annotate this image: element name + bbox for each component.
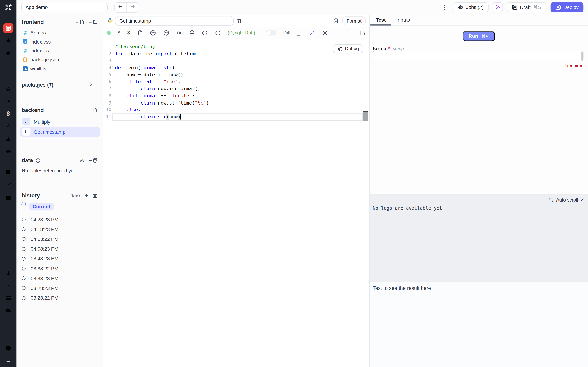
add-table-button[interactable] xyxy=(88,158,98,163)
tab-inputs[interactable]: Inputs xyxy=(391,15,415,25)
file-name: App.tsx xyxy=(30,30,47,35)
add-folder-button[interactable] xyxy=(88,19,98,25)
run-button[interactable]: Run⌘↵ xyxy=(463,31,495,41)
code-line[interactable]: 10 else: xyxy=(103,106,369,113)
search-icon[interactable] xyxy=(5,50,11,57)
code-line[interactable]: 2from datetime import datetime xyxy=(103,50,369,58)
code-line[interactable]: 3 xyxy=(103,58,369,65)
schedules-calendar-icon[interactable] xyxy=(5,168,11,175)
format-button[interactable]: Format xyxy=(343,17,366,25)
code-line[interactable]: 7 return now.isoformat() xyxy=(103,85,369,92)
packages-section[interactable]: packages (7) xyxy=(17,81,103,88)
favorites-star-icon[interactable] xyxy=(5,37,11,44)
folders-icon[interactable] xyxy=(5,307,11,314)
tab-test[interactable]: Test xyxy=(371,15,391,25)
format-field-input[interactable] xyxy=(373,50,583,61)
script-name-input[interactable] xyxy=(115,16,234,25)
home-icon[interactable] xyxy=(5,86,11,92)
history-timestamp: 04:13:22 PM xyxy=(31,236,59,242)
history-entry[interactable]: 04:18:23 PM xyxy=(17,224,103,234)
database-icon[interactable] xyxy=(189,30,195,36)
data-settings-gear-icon[interactable] xyxy=(79,158,85,163)
help-icon[interactable] xyxy=(5,345,11,351)
timeline-node-icon xyxy=(22,267,25,270)
prism-icon[interactable] xyxy=(5,136,11,142)
resources-picker-icon[interactable]: $ xyxy=(127,30,130,35)
mail-icon[interactable] xyxy=(5,195,11,201)
deploy-button[interactable]: Deploy xyxy=(550,2,584,12)
variables-picker-icon[interactable]: $ xyxy=(118,30,121,35)
workers-icon[interactable] xyxy=(5,295,11,301)
history-current-chip[interactable]: Current xyxy=(29,202,53,210)
file-item[interactable]: {}package.json xyxy=(17,55,103,64)
schema-database-icon[interactable] xyxy=(333,18,339,24)
refresh-icon[interactable] xyxy=(215,30,221,36)
flows-route-icon[interactable] xyxy=(5,182,11,188)
settings-gear-icon[interactable] xyxy=(5,283,11,289)
redo-button[interactable] xyxy=(126,2,138,12)
collapse-arrow-icon[interactable]: → xyxy=(0,357,17,364)
diff-toggle[interactable] xyxy=(266,30,276,35)
ai-wand-icon[interactable] xyxy=(309,30,315,36)
debug-button[interactable]: Debug xyxy=(333,44,363,53)
minimap-slider[interactable] xyxy=(363,111,368,121)
code-area[interactable]: 1# backend/b.py2from datetime import dat… xyxy=(103,39,369,367)
cache-icon[interactable] xyxy=(176,30,182,36)
history-entry[interactable]: 03:33:23 PM xyxy=(17,274,103,283)
graduation-cap-icon[interactable] xyxy=(5,149,11,155)
camera-icon[interactable] xyxy=(92,193,98,198)
ai-wand-icon[interactable] xyxy=(5,63,11,69)
history-entry[interactable]: 03:28:23 PM xyxy=(17,283,103,293)
add-plus-icon[interactable] xyxy=(5,207,11,213)
user-icon[interactable] xyxy=(5,270,11,276)
audit-list-icon[interactable] xyxy=(5,320,11,326)
library-columns-icon[interactable] xyxy=(360,30,366,36)
file-item[interactable]: index.tsx xyxy=(17,46,103,55)
plus-minus-icon[interactable]: ± xyxy=(297,30,300,35)
package-icon[interactable] xyxy=(150,30,156,36)
draft-button[interactable]: Draft⌘S xyxy=(507,2,546,12)
add-file-button[interactable] xyxy=(75,19,85,25)
add-snapshot-button[interactable] xyxy=(84,193,89,198)
autoscroll-control[interactable]: Auto scroll ✓ xyxy=(549,197,584,202)
add-script-button[interactable] xyxy=(88,108,98,113)
file-item[interactable]: App.tsx xyxy=(17,28,103,37)
delete-script-trash-icon[interactable] xyxy=(237,18,242,24)
script-file-icon[interactable] xyxy=(137,30,143,36)
variables-dollar-icon[interactable]: $ xyxy=(0,110,17,117)
history-entry[interactable]: 04:08:23 PM xyxy=(17,244,103,254)
undo-button[interactable] xyxy=(115,2,126,12)
backend-script-item[interactable]: bGet timestamp xyxy=(20,127,100,137)
apps-nav-button[interactable] xyxy=(3,23,13,33)
kebab-menu-icon[interactable]: ⋮ xyxy=(440,4,449,11)
history-entry[interactable]: 04:13:22 PM xyxy=(17,234,103,244)
ai-assistant-button[interactable] xyxy=(493,2,503,12)
expand-icon[interactable] xyxy=(549,197,554,202)
jobs-button[interactable]: Jobs (2) xyxy=(453,2,489,12)
reload-icon[interactable] xyxy=(202,30,208,36)
history-entry[interactable]: 03:38:22 PM xyxy=(17,264,103,274)
runs-play-icon[interactable] xyxy=(5,98,11,104)
line-number: 5 xyxy=(103,71,111,78)
history-entry[interactable]: 03:43:23 PM xyxy=(17,254,103,264)
code-line[interactable]: 9 return now.strftime("%c") xyxy=(103,100,369,106)
script-label: Multiply xyxy=(34,119,50,125)
file-item[interactable]: 3index.css xyxy=(17,37,103,46)
windmill-logo-icon[interactable] xyxy=(4,3,13,12)
history-entry[interactable]: 03:23:22 PM xyxy=(17,293,103,303)
chevron-right-icon[interactable] xyxy=(88,82,94,87)
field-scrollbar[interactable] xyxy=(581,51,583,60)
code-line[interactable]: 5 now = datetime.now() xyxy=(103,71,369,78)
file-item[interactable]: TSwmill.ts xyxy=(17,64,103,73)
code-line[interactable]: 11 return str(now) xyxy=(103,113,369,120)
history-entry[interactable]: 04:23:23 PM xyxy=(17,215,103,224)
resources-cubes-icon[interactable] xyxy=(5,123,11,130)
code-line[interactable]: 6 if format == "iso": xyxy=(103,78,369,85)
package-icon[interactable] xyxy=(163,30,169,36)
app-name-input[interactable] xyxy=(21,3,108,12)
code-line[interactable]: 8 elif format == "locale": xyxy=(103,92,369,100)
code-line[interactable]: 1# backend/b.py xyxy=(103,43,369,50)
backend-script-item[interactable]: aMultiply xyxy=(20,117,100,127)
editor-settings-gear-icon[interactable] xyxy=(322,30,328,36)
code-line[interactable]: 4def main(format: str): xyxy=(103,65,369,71)
